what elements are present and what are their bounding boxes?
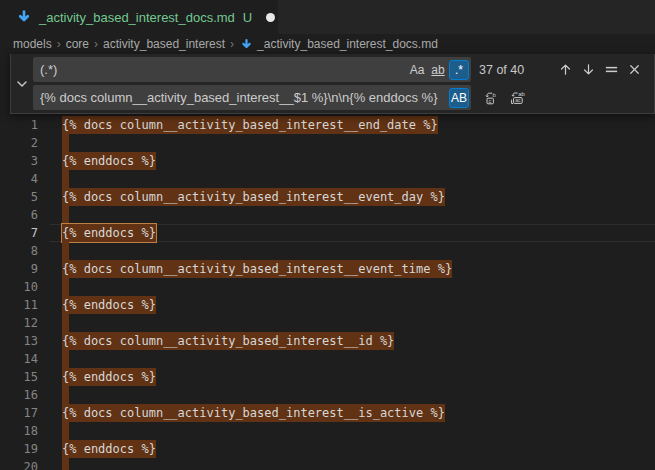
find-match-highlight: {% docs column__activity_based_interest_… <box>62 404 445 422</box>
code-line[interactable]: 10 <box>0 278 655 296</box>
code-line[interactable]: 4 <box>0 170 655 188</box>
line-content: {% enddocs %} <box>50 368 655 386</box>
line-content <box>50 458 655 470</box>
replace-button[interactable]: b c <box>482 88 502 108</box>
line-number: 16 <box>0 386 38 404</box>
code-line[interactable]: 19{% enddocs %} <box>0 440 655 458</box>
line-content: {% enddocs %} <box>50 152 655 170</box>
replace-all-button[interactable]: ab ac <box>507 88 527 108</box>
code-line[interactable]: 8 <box>0 242 655 260</box>
replace-icon: b c <box>484 90 500 106</box>
line-number: 12 <box>0 314 38 332</box>
line-content: {% docs column__activity_based_interest_… <box>50 116 655 134</box>
results-count: 37 of 40 <box>479 63 524 77</box>
find-match-empty-line-strip <box>62 386 69 404</box>
code-line[interactable]: 5{% docs column__activity_based_interest… <box>0 188 655 206</box>
tab-activity-docs[interactable]: _activity_based_interest_docs.md U <box>0 0 278 34</box>
editor-lines: 1{% docs column__activity_based_interest… <box>0 116 655 470</box>
line-number: 11 <box>0 296 38 314</box>
current-find-match: {% enddocs %} <box>62 224 156 242</box>
line-number: 9 <box>0 260 38 278</box>
toggle-replace-button[interactable] <box>11 54 33 113</box>
code-line[interactable]: 6 <box>0 206 655 224</box>
line-content <box>50 242 655 260</box>
find-match-highlight: {% enddocs %} <box>62 296 156 314</box>
line-number: 19 <box>0 440 38 458</box>
find-match-empty-line-strip <box>62 206 69 224</box>
line-content: {% enddocs %} <box>50 296 655 314</box>
line-content <box>50 278 655 296</box>
modified-dot-icon[interactable] <box>266 13 275 22</box>
code-line[interactable]: 7{% enddocs %} <box>0 224 655 242</box>
replace-input[interactable] <box>33 85 448 110</box>
find-match-empty-line-strip <box>62 170 69 188</box>
code-line[interactable]: 9{% docs column__activity_based_interest… <box>0 260 655 278</box>
code-line[interactable]: 20 <box>0 458 655 470</box>
preserve-case-button[interactable]: AB <box>449 88 469 108</box>
replace-input-box: AB <box>33 85 471 110</box>
find-match-highlight: {% docs column__activity_based_interest_… <box>62 332 394 350</box>
line-number: 7 <box>0 224 38 242</box>
previous-match-button[interactable] <box>555 60 575 80</box>
match-case-button[interactable]: Aa <box>407 60 427 80</box>
editor-area[interactable]: 1{% docs column__activity_based_interest… <box>0 54 655 470</box>
code-line[interactable]: 14 <box>0 350 655 368</box>
next-match-button[interactable] <box>578 60 598 80</box>
breadcrumb-separator: › <box>230 37 234 51</box>
regex-button[interactable]: .* <box>449 60 469 80</box>
line-number: 14 <box>0 350 38 368</box>
breadcrumb-item[interactable]: activity_based_interest <box>103 37 225 51</box>
code-line[interactable]: 2 <box>0 134 655 152</box>
code-line[interactable]: 11{% enddocs %} <box>0 296 655 314</box>
line-number: 1 <box>0 116 38 134</box>
find-match-highlight: {% docs column__activity_based_interest_… <box>62 260 452 278</box>
arrow-up-icon <box>558 62 573 77</box>
close-button[interactable] <box>624 60 644 80</box>
svg-text:ac: ac <box>515 97 521 103</box>
line-content: {% docs column__activity_based_interest_… <box>50 332 655 350</box>
markdown-arrow-icon <box>16 9 32 25</box>
line-number: 13 <box>0 332 38 350</box>
line-content: {% docs column__activity_based_interest_… <box>50 188 655 206</box>
line-number: 17 <box>0 404 38 422</box>
line-content <box>50 350 655 368</box>
line-number: 4 <box>0 170 38 188</box>
selection-lines-icon <box>604 62 619 77</box>
arrow-down-icon <box>581 62 596 77</box>
line-content: {% enddocs %} <box>50 440 655 458</box>
code-line[interactable]: 13{% docs column__activity_based_interes… <box>0 332 655 350</box>
line-number: 10 <box>0 278 38 296</box>
replace-row: AB b c <box>33 85 654 110</box>
find-input[interactable] <box>33 57 406 82</box>
line-number: 3 <box>0 152 38 170</box>
code-line[interactable]: 1{% docs column__activity_based_interest… <box>0 116 655 134</box>
code-line[interactable]: 18 <box>0 422 655 440</box>
find-match-highlight: {% enddocs %} <box>62 368 156 386</box>
find-match-empty-line-strip <box>62 314 69 332</box>
find-match-empty-line-strip <box>62 458 69 470</box>
code-line[interactable]: 15{% enddocs %} <box>0 368 655 386</box>
find-match-empty-line-strip <box>62 242 69 260</box>
breadcrumb-file[interactable]: _activity_based_interest_docs.md <box>257 37 438 51</box>
markdown-arrow-icon <box>240 38 253 51</box>
chevron-down-icon <box>14 76 30 92</box>
code-line[interactable]: 12 <box>0 314 655 332</box>
find-input-box: Aa ab .* <box>33 57 471 82</box>
code-line[interactable]: 16 <box>0 386 655 404</box>
line-number: 15 <box>0 368 38 386</box>
find-in-selection-button[interactable] <box>601 60 621 80</box>
close-icon <box>627 62 642 77</box>
find-match-empty-line-strip <box>62 422 69 440</box>
breadcrumb-separator: › <box>94 37 98 51</box>
breadcrumb-item[interactable]: models <box>13 37 52 51</box>
line-content: {% enddocs %} <box>50 224 655 242</box>
git-status-badge: U <box>243 10 252 25</box>
find-row: Aa ab .* 37 of 40 <box>33 57 654 82</box>
code-line[interactable]: 17{% docs column__activity_based_interes… <box>0 404 655 422</box>
breadcrumb-item[interactable]: core <box>66 37 89 51</box>
line-number: 8 <box>0 242 38 260</box>
find-match-empty-line-strip <box>62 350 69 368</box>
whole-word-button[interactable]: ab <box>428 60 448 80</box>
code-line[interactable]: 3{% enddocs %} <box>0 152 655 170</box>
find-nav-buttons <box>555 60 644 80</box>
